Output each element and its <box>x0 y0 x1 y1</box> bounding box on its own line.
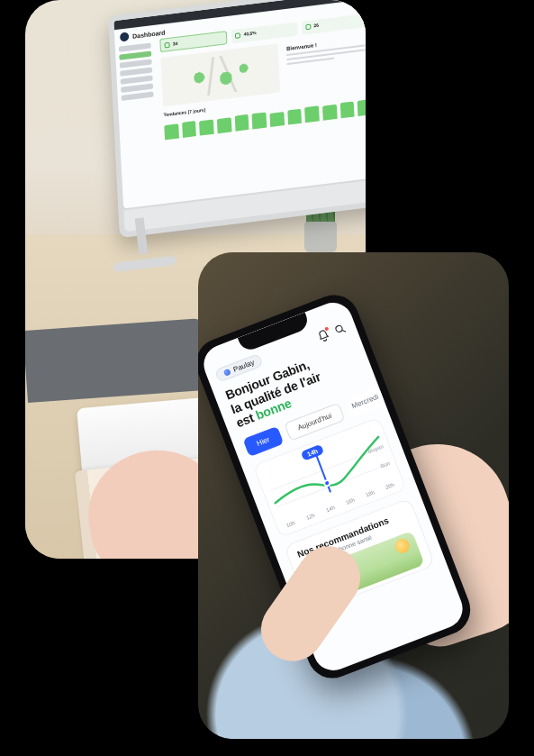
stat-icon <box>235 32 240 39</box>
welcome-panel: Bienvenue ! <box>283 32 366 92</box>
location-icon <box>223 369 231 377</box>
svg-point-0 <box>335 324 343 332</box>
svg-line-1 <box>342 329 346 332</box>
monitor: Dashboard 34 40,5 <box>108 0 366 238</box>
sun-icon <box>393 536 412 555</box>
search-icon <box>332 321 348 337</box>
stat-value: 26 <box>313 23 319 29</box>
stat-icon <box>164 42 169 49</box>
notification-dot <box>323 325 330 332</box>
stat-value: 34 <box>173 41 178 47</box>
location-label: Paulay <box>232 359 256 374</box>
dashboard-screen: Dashboard 34 40,5 <box>113 0 366 208</box>
stat-icon <box>305 23 311 30</box>
phone-mockup-card: Paulay Bonjour Gabin, la qualité de l'ai… <box>198 252 509 739</box>
stat-value: 40,5% <box>243 30 256 37</box>
search-button[interactable] <box>332 321 348 337</box>
laptop-sleeve <box>25 318 208 403</box>
sidebar-item[interactable] <box>122 91 154 100</box>
monitor-stand <box>122 216 164 270</box>
notification-button[interactable] <box>315 327 331 343</box>
